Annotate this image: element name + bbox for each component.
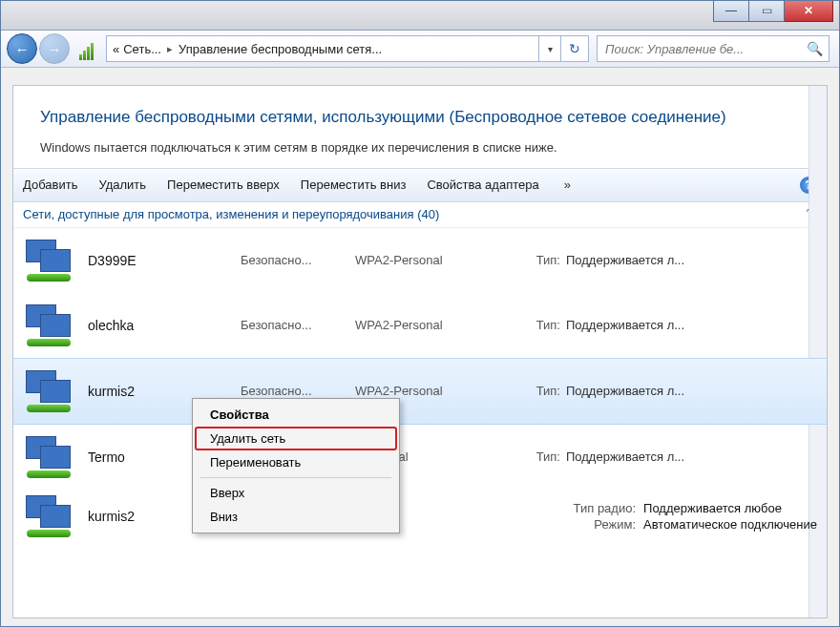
encryption-label: WPA2-Personal	[355, 318, 508, 332]
chevron-right-icon: ▸	[167, 43, 173, 55]
back-button[interactable]: ←	[7, 33, 37, 64]
ctx-delete-network[interactable]: Удалить сеть	[195, 427, 397, 450]
ctx-move-up[interactable]: Вверх	[195, 481, 397, 505]
list-item-selected[interactable]: kurmis2 Безопасно... WPA2-Personal Тип: …	[13, 358, 827, 425]
toolbar-move-down[interactable]: Переместить вниз	[301, 178, 407, 192]
network-list: D3999E Безопасно... WPA2-Personal Тип: П…	[13, 228, 827, 543]
radio-type-label: Тип радио:	[574, 501, 636, 515]
network-icon	[23, 434, 78, 480]
navbar: ← → « Сеть... ▸ Управление беспроводными…	[1, 31, 839, 68]
ctx-properties[interactable]: Свойства	[195, 403, 397, 427]
info-block: Тип радио: Поддерживается любое Режим: А…	[574, 501, 817, 532]
type-value: Поддерживается л...	[566, 318, 817, 332]
security-label: Безопасно...	[241, 253, 355, 267]
breadcrumb[interactable]: « Сеть... ▸ Управление беспроводными сет…	[106, 35, 539, 62]
network-name: kurmis2	[88, 384, 241, 399]
breadcrumb-dropdown[interactable]: ▾	[539, 35, 561, 62]
list-item[interactable]: Termo -Personal Тип: Поддерживается л...	[13, 425, 827, 490]
type-label: Тип:	[508, 384, 560, 398]
toolbar-overflow[interactable]: »	[564, 178, 571, 192]
ctx-rename[interactable]: Переименовать	[195, 450, 397, 474]
content-pane: Управление беспроводными сетями, использ…	[12, 85, 828, 618]
radio-type-value: Поддерживается любое	[643, 501, 817, 515]
network-name: olechka	[88, 318, 241, 333]
toolbar-move-up[interactable]: Переместить вверх	[167, 178, 280, 192]
signal-icon	[79, 37, 102, 60]
ctx-move-down[interactable]: Вниз	[195, 505, 397, 529]
breadcrumb-prefix: «	[113, 42, 119, 56]
page-title: Управление беспроводными сетями, использ…	[40, 107, 800, 129]
type-label: Тип:	[508, 253, 560, 267]
type-value: Поддерживается л...	[566, 384, 817, 398]
toolbar-delete[interactable]: Удалить	[98, 178, 146, 192]
network-icon	[23, 303, 78, 348]
group-label: Сети, доступные для просмотра, изменения…	[23, 207, 439, 221]
command-toolbar: Добавить Удалить Переместить вверх Перем…	[13, 168, 827, 202]
search-input[interactable]	[603, 41, 807, 57]
network-icon	[23, 368, 78, 414]
mode-value: Автоматическое подключение	[643, 517, 817, 532]
group-header[interactable]: Сети, доступные для просмотра, изменения…	[13, 202, 827, 228]
page-subtitle: Windows пытается подключаться к этим сет…	[40, 140, 800, 155]
refresh-button[interactable]: ↻	[561, 35, 589, 62]
mode-label: Режим:	[574, 517, 636, 532]
breadcrumb-seg2[interactable]: Управление беспроводными сетя...	[178, 42, 382, 56]
encryption-label: WPA2-Personal	[355, 384, 508, 398]
security-label: Безопасно...	[241, 318, 355, 332]
context-menu: Свойства Удалить сеть Переименовать Ввер…	[192, 398, 400, 533]
network-name: D3999E	[88, 253, 241, 268]
security-label: Безопасно...	[241, 384, 355, 398]
maximize-button[interactable]: ▭	[749, 0, 785, 22]
header-area: Управление беспроводными сетями, использ…	[13, 86, 827, 168]
forward-button[interactable]: →	[39, 33, 70, 64]
list-item[interactable]: olechka Безопасно... WPA2-Personal Тип: …	[13, 293, 827, 358]
ctx-separator	[200, 477, 391, 478]
list-item[interactable]: kurmis2 onal Тип радио: Поддерживается л…	[13, 490, 827, 543]
network-icon	[23, 493, 78, 539]
search-icon: 🔍	[807, 41, 823, 56]
breadcrumb-seg1[interactable]: Сеть...	[123, 42, 161, 56]
list-item[interactable]: D3999E Безопасно... WPA2-Personal Тип: П…	[13, 228, 827, 293]
toolbar-add[interactable]: Добавить	[23, 178, 77, 192]
type-label: Тип:	[508, 318, 560, 332]
type-label: Тип:	[508, 449, 560, 464]
toolbar-adapter-props[interactable]: Свойства адаптера	[427, 178, 538, 192]
type-value: Поддерживается л...	[566, 449, 817, 464]
minimize-button[interactable]: —	[713, 0, 749, 22]
window-controls: — ▭ ✕	[713, 0, 833, 22]
encryption-label: WPA2-Personal	[355, 253, 508, 267]
type-value: Поддерживается л...	[566, 253, 817, 267]
explorer-window: — ▭ ✕ ← → « Сеть... ▸ Управление беспров…	[0, 0, 840, 627]
search-box[interactable]: 🔍	[597, 35, 830, 62]
network-icon	[23, 238, 78, 283]
close-button[interactable]: ✕	[785, 0, 833, 22]
titlebar: — ▭ ✕	[1, 1, 839, 31]
